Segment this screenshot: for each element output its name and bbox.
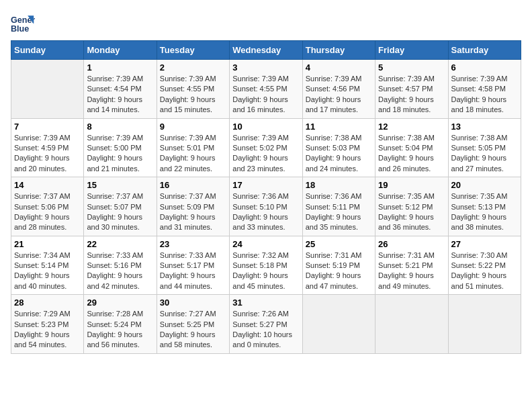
- day-info: Sunrise: 7:37 AM Sunset: 5:07 PM Dayligh…: [87, 191, 153, 233]
- calendar-cell: [448, 295, 521, 354]
- calendar-cell: [11, 60, 84, 119]
- daylight-label: Daylight: 9 hours and 21 minutes.: [87, 154, 142, 172]
- day-number: 9: [160, 122, 226, 132]
- sunrise-label: Sunrise: 7:38 AM: [306, 134, 362, 142]
- calendar-cell: 21 Sunrise: 7:34 AM Sunset: 5:14 PM Dayl…: [11, 236, 84, 295]
- sunset-label: Sunset: 5:24 PM: [87, 320, 141, 328]
- calendar-week-5: 28 Sunrise: 7:29 AM Sunset: 5:23 PM Dayl…: [11, 295, 521, 354]
- daylight-label: Daylight: 9 hours and 24 minutes.: [306, 154, 361, 172]
- day-number: 24: [232, 239, 299, 249]
- day-number: 17: [232, 180, 299, 190]
- calendar-cell: 2 Sunrise: 7:39 AM Sunset: 4:55 PM Dayli…: [157, 60, 229, 119]
- day-info: Sunrise: 7:37 AM Sunset: 5:09 PM Dayligh…: [160, 191, 226, 233]
- sunrise-label: Sunrise: 7:39 AM: [87, 75, 143, 83]
- calendar-cell: 13 Sunrise: 7:38 AM Sunset: 5:05 PM Dayl…: [448, 118, 521, 177]
- sunrise-label: Sunrise: 7:39 AM: [160, 75, 216, 83]
- day-number: 1: [87, 62, 153, 73]
- day-number: 28: [14, 298, 81, 308]
- daylight-label: Daylight: 9 hours and 15 minutes.: [160, 95, 216, 113]
- sunset-label: Sunset: 5:12 PM: [378, 203, 433, 211]
- sunrise-label: Sunrise: 7:33 AM: [160, 251, 216, 259]
- day-number: 11: [306, 122, 372, 132]
- weekday-header-wednesday: Wednesday: [230, 41, 302, 60]
- daylight-label: Daylight: 9 hours and 36 minutes.: [378, 213, 434, 231]
- day-info: Sunrise: 7:31 AM Sunset: 5:21 PM Dayligh…: [378, 250, 445, 292]
- calendar-cell: 15 Sunrise: 7:37 AM Sunset: 5:07 PM Dayl…: [84, 177, 157, 236]
- sunrise-label: Sunrise: 7:27 AM: [160, 310, 216, 318]
- day-info: Sunrise: 7:36 AM Sunset: 5:11 PM Dayligh…: [306, 191, 372, 233]
- day-info: Sunrise: 7:38 AM Sunset: 5:05 PM Dayligh…: [451, 133, 518, 175]
- calendar-cell: 18 Sunrise: 7:36 AM Sunset: 5:11 PM Dayl…: [302, 177, 375, 236]
- sunrise-label: Sunrise: 7:37 AM: [160, 192, 216, 200]
- day-info: Sunrise: 7:39 AM Sunset: 5:02 PM Dayligh…: [232, 133, 299, 175]
- sunset-label: Sunset: 5:16 PM: [87, 261, 141, 269]
- day-number: 10: [232, 122, 299, 132]
- sunrise-label: Sunrise: 7:38 AM: [451, 134, 508, 142]
- sunset-label: Sunset: 5:03 PM: [306, 144, 360, 152]
- daylight-label: Daylight: 9 hours and 51 minutes.: [451, 271, 507, 289]
- daylight-label: Daylight: 9 hours and 44 minutes.: [160, 271, 216, 289]
- day-info: Sunrise: 7:33 AM Sunset: 5:17 PM Dayligh…: [160, 250, 226, 292]
- day-info: Sunrise: 7:35 AM Sunset: 5:12 PM Dayligh…: [378, 191, 445, 233]
- day-number: 8: [87, 122, 153, 132]
- sunrise-label: Sunrise: 7:36 AM: [232, 192, 289, 200]
- calendar-cell: [375, 295, 448, 354]
- daylight-label: Daylight: 9 hours and 49 minutes.: [378, 271, 434, 289]
- calendar-cell: 5 Sunrise: 7:39 AM Sunset: 4:57 PM Dayli…: [375, 60, 448, 119]
- day-info: Sunrise: 7:39 AM Sunset: 4:55 PM Dayligh…: [160, 74, 226, 116]
- calendar-cell: 28 Sunrise: 7:29 AM Sunset: 5:23 PM Dayl…: [11, 295, 84, 354]
- calendar-cell: 25 Sunrise: 7:31 AM Sunset: 5:19 PM Dayl…: [302, 236, 375, 295]
- weekday-header-thursday: Thursday: [302, 41, 375, 60]
- daylight-label: Daylight: 10 hours and 0 minutes.: [232, 330, 292, 349]
- day-info: Sunrise: 7:39 AM Sunset: 4:58 PM Dayligh…: [451, 74, 518, 116]
- calendar-week-3: 14 Sunrise: 7:37 AM Sunset: 5:06 PM Dayl…: [11, 177, 521, 236]
- sunset-label: Sunset: 5:23 PM: [14, 320, 69, 328]
- calendar-cell: [302, 295, 375, 354]
- calendar-cell: 9 Sunrise: 7:39 AM Sunset: 5:01 PM Dayli…: [157, 118, 229, 177]
- calendar-body: 1 Sunrise: 7:39 AM Sunset: 4:54 PM Dayli…: [11, 60, 521, 354]
- day-number: 2: [160, 62, 226, 73]
- day-info: Sunrise: 7:36 AM Sunset: 5:10 PM Dayligh…: [232, 191, 299, 233]
- day-info: Sunrise: 7:26 AM Sunset: 5:27 PM Dayligh…: [232, 309, 299, 351]
- day-info: Sunrise: 7:31 AM Sunset: 5:19 PM Dayligh…: [306, 250, 372, 292]
- sunrise-label: Sunrise: 7:31 AM: [306, 251, 362, 259]
- calendar-table: SundayMondayTuesdayWednesdayThursdayFrid…: [11, 40, 521, 354]
- day-number: 19: [378, 180, 445, 190]
- sunset-label: Sunset: 5:13 PM: [451, 203, 506, 211]
- sunrise-label: Sunrise: 7:39 AM: [378, 75, 435, 83]
- day-number: 18: [306, 180, 372, 190]
- day-number: 12: [378, 122, 445, 132]
- sunrise-label: Sunrise: 7:35 AM: [451, 192, 508, 200]
- daylight-label: Daylight: 9 hours and 14 minutes.: [87, 95, 142, 113]
- sunset-label: Sunset: 5:01 PM: [160, 144, 214, 152]
- calendar-cell: 29 Sunrise: 7:28 AM Sunset: 5:24 PM Dayl…: [84, 295, 157, 354]
- day-number: 13: [451, 122, 518, 132]
- day-number: 21: [14, 239, 81, 249]
- sunrise-label: Sunrise: 7:39 AM: [451, 75, 508, 83]
- day-number: 15: [87, 180, 153, 190]
- sunrise-label: Sunrise: 7:32 AM: [232, 251, 289, 259]
- sunset-label: Sunset: 5:14 PM: [14, 261, 69, 269]
- sunrise-label: Sunrise: 7:31 AM: [378, 251, 435, 259]
- weekday-header-saturday: Saturday: [448, 41, 521, 60]
- sunset-label: Sunset: 5:09 PM: [160, 203, 214, 211]
- day-number: 3: [232, 62, 299, 73]
- sunset-label: Sunset: 4:55 PM: [160, 85, 214, 93]
- sunrise-label: Sunrise: 7:26 AM: [232, 310, 289, 318]
- daylight-label: Daylight: 9 hours and 18 minutes.: [378, 95, 434, 113]
- sunset-label: Sunset: 5:10 PM: [232, 203, 287, 211]
- sunrise-label: Sunrise: 7:37 AM: [14, 192, 71, 200]
- weekday-header-monday: Monday: [84, 41, 157, 60]
- sunset-label: Sunset: 4:57 PM: [378, 85, 433, 93]
- calendar-cell: 7 Sunrise: 7:39 AM Sunset: 4:59 PM Dayli…: [11, 118, 84, 177]
- sunset-label: Sunset: 5:18 PM: [232, 261, 287, 269]
- calendar-cell: 23 Sunrise: 7:33 AM Sunset: 5:17 PM Dayl…: [157, 236, 229, 295]
- daylight-label: Daylight: 9 hours and 45 minutes.: [232, 271, 288, 289]
- weekday-header-tuesday: Tuesday: [157, 41, 229, 60]
- daylight-label: Daylight: 9 hours and 54 minutes.: [14, 330, 70, 349]
- sunset-label: Sunset: 4:54 PM: [87, 85, 141, 93]
- day-info: Sunrise: 7:38 AM Sunset: 5:03 PM Dayligh…: [306, 133, 372, 175]
- svg-text:Blue: Blue: [11, 24, 29, 34]
- calendar-cell: 8 Sunrise: 7:39 AM Sunset: 5:00 PM Dayli…: [84, 118, 157, 177]
- sunset-label: Sunset: 5:11 PM: [306, 203, 360, 211]
